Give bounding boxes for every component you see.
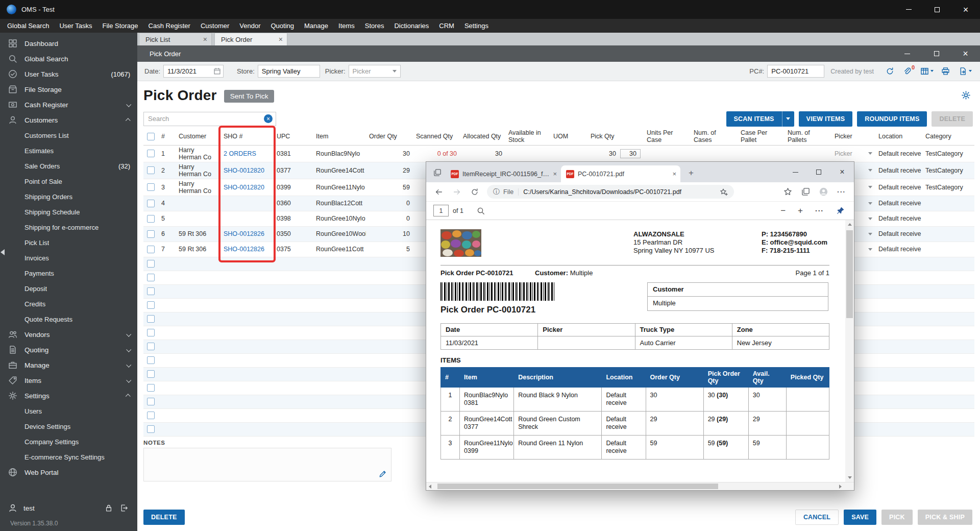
sidebar-collapse-arrow[interactable] [1,249,5,255]
close-tab-icon[interactable] [553,170,557,178]
search-input[interactable] [148,115,264,123]
view-items-button[interactable]: VIEW ITEMS [799,111,853,127]
menu-item[interactable]: File Storage [97,19,143,33]
browser-maximize-button[interactable] [807,162,830,182]
sidebar-item[interactable]: Web Portal [0,465,137,480]
window-restore-button[interactable] [922,45,951,62]
scroll-down-arrow[interactable] [848,476,852,479]
sidebar-item[interactable]: Items [0,373,137,388]
pick-button[interactable]: PICK [881,510,913,525]
store-input[interactable] [258,65,320,78]
scan-items-button[interactable]: SCAN ITEMS [726,111,782,127]
sidebar-item[interactable]: Payments [0,266,137,281]
sidebar-item[interactable]: Deposit [0,281,137,296]
tab-pick-list[interactable]: Pick List [139,33,212,45]
menu-item[interactable]: Cash Register [143,19,195,33]
menu-item[interactable]: Customer [195,19,234,33]
sidebar-item[interactable]: Device Settings [0,419,137,434]
back-button[interactable] [432,185,446,199]
row-checkbox[interactable] [147,260,155,268]
sidebar-item[interactable]: Customers [0,112,137,128]
workspaces-icon[interactable] [431,166,444,179]
scroll-left-arrow[interactable] [429,485,431,489]
sidebar-item[interactable]: Users [0,403,137,419]
sho-link[interactable]: 2 ORDERS [224,150,256,157]
scrollbar-thumb[interactable] [437,484,718,489]
sidebar-item[interactable]: User Tasks (1067) [0,66,137,82]
app-close-button[interactable] [951,0,980,19]
grid-column-header[interactable]: Num. of Pallets [785,128,831,145]
row-checkbox[interactable] [147,200,155,207]
menu-item[interactable]: User Tasks [54,19,97,33]
favorites-icon[interactable] [783,187,792,196]
zoom-out-button[interactable]: − [780,206,786,215]
sidebar-item[interactable]: Customers List [0,128,137,143]
grid-column-header[interactable]: # [158,128,176,145]
clear-search-icon[interactable] [264,114,273,123]
scroll-right-arrow[interactable] [839,485,842,489]
roundup-items-button[interactable]: ROUNDUP ITEMS [857,111,927,127]
sidebar-item[interactable]: Shipping for e-commerce [0,220,137,235]
sidebar-item[interactable]: Vendors [0,327,137,342]
row-checkbox[interactable] [147,370,155,378]
close-tab-icon[interactable] [203,36,207,43]
menu-item[interactable]: Vendor [234,19,265,33]
sho-link[interactable]: SHO-0012820 [224,167,264,174]
collections-icon[interactable] [801,187,810,196]
grid-view-button[interactable] [918,65,931,78]
sho-link[interactable]: SHO-0012826 [224,246,264,253]
menu-item[interactable]: Settings [459,19,494,33]
menu-item[interactable]: Items [333,19,360,33]
grid-column-header[interactable]: Allocated Qty [460,128,505,145]
profile-avatar-icon[interactable] [819,187,828,196]
row-checkbox[interactable] [147,246,155,253]
window-minimize-button[interactable] [893,45,922,62]
refresh-button[interactable] [883,65,896,78]
sidebar-item[interactable]: Global Search [0,51,137,66]
sidebar-item[interactable]: Manage [0,357,137,373]
menu-item[interactable]: Global Search [2,19,54,33]
grid-column-header[interactable]: Location [875,128,922,145]
sidebar-item[interactable]: Shipping Orders [0,189,137,204]
attachments-button[interactable]: 0 [900,65,914,78]
save-button[interactable]: SAVE [844,510,876,525]
add-favorite-icon[interactable] [720,188,728,196]
grid-column-header[interactable]: Order Qty [366,128,413,145]
grid-column-header[interactable]: Pick Qty [587,128,644,145]
grid-column-header[interactable]: UOM [550,128,587,145]
grid-column-header[interactable]: Customer [176,128,220,145]
address-bar[interactable]: File C:/Users/Karina_Shchitova/Downloads… [487,185,734,199]
sidebar-item[interactable]: Company Settings [0,434,137,449]
grid-column-header[interactable]: Case Per Pallet [738,128,785,145]
sidebar-item[interactable]: Dashboard [0,36,137,51]
sho-link[interactable]: SHO-0012826 [224,230,264,237]
grid-column-header[interactable]: SHO # [220,128,274,145]
row-checkbox[interactable] [147,343,155,350]
close-tab-icon[interactable] [672,170,676,178]
menu-item[interactable]: Stores [360,19,389,33]
grid-column-header[interactable]: Scanned Qty [413,128,460,145]
row-checkbox[interactable] [147,384,155,392]
app-minimize-button[interactable] [894,0,923,19]
select-all-checkbox[interactable] [147,133,155,140]
scan-items-dropdown[interactable] [782,111,794,127]
browser-tab-pick-order-pdf[interactable]: PC-0010721.pdf [561,165,680,182]
row-checkbox[interactable] [147,356,155,364]
print-button[interactable] [939,65,952,78]
pdf-vertical-scrollbar[interactable] [845,220,854,482]
menu-item[interactable]: Dictionaries [389,19,434,33]
pc-number-input[interactable] [767,65,824,78]
delete-items-button[interactable]: DELETE [932,111,973,127]
browser-tab-item-receipt[interactable]: ItemReceipt_IRC-0011596_from_ [446,165,561,182]
sidebar-item[interactable]: Invoices [0,250,137,266]
row-checkbox[interactable] [147,166,155,174]
sidebar-item[interactable]: Point of Sale [0,174,137,189]
sidebar-item[interactable]: Shipping Schedule [0,204,137,220]
cancel-button[interactable]: CANCEL [795,510,839,525]
pick-and-ship-button[interactable]: PICK & SHIP [918,510,972,525]
browser-minimize-button[interactable] [783,162,807,182]
sidebar-item[interactable]: Estimates [0,143,137,158]
close-tab-icon[interactable] [279,36,283,43]
row-checkbox[interactable] [147,425,155,433]
row-checkbox[interactable] [147,230,155,238]
